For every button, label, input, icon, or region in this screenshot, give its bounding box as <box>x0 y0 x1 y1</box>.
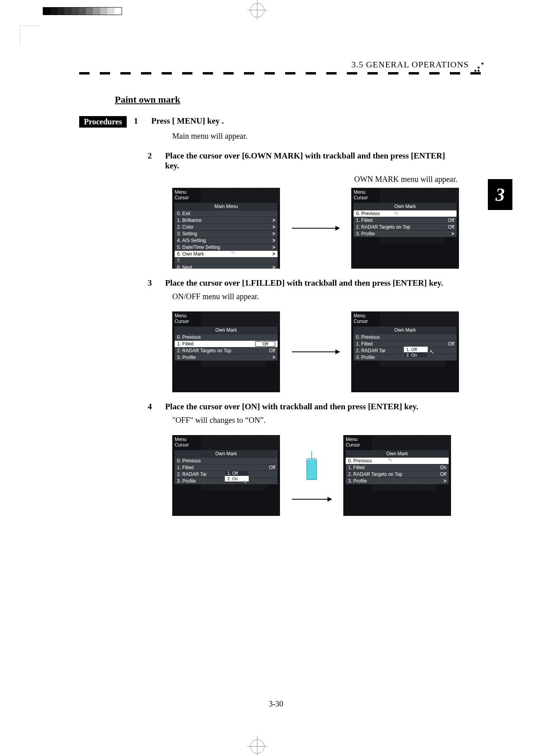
popup-option[interactable]: 1. Off <box>404 347 428 352</box>
menu-item-selected[interactable]: 6. Own Mark> <box>175 250 278 257</box>
menu-item[interactable]: 0. Previous <box>175 457 278 464</box>
screenshot-own-mark-popup: Menu Cursor Own Mark 0. Previous 1. Fill… <box>351 311 459 392</box>
menu-item[interactable]: 3. Profile> <box>354 230 457 237</box>
menu-item[interactable]: 2. RADAR Targets on TopOff <box>175 347 278 354</box>
menu-label: Menu <box>346 437 360 442</box>
menu-item[interactable]: 7. <box>175 257 278 264</box>
cursor-icon: ↖ <box>243 479 247 485</box>
decorative-dots <box>473 63 485 72</box>
subheading: Paint own mark <box>115 94 463 105</box>
menu-item[interactable]: 8. Next> <box>175 264 278 269</box>
menu-item[interactable]: 2. RADAR Targets on TopOff <box>354 223 457 230</box>
dashed-rule <box>79 72 485 74</box>
cursor-label: Cursor <box>354 195 368 200</box>
menu-item[interactable]: 5. Date/Time Setting> <box>175 244 278 250</box>
menu-label: Menu <box>175 189 189 195</box>
screenshot-own-mark-on: Menu Cursor Own Mark 0. Previous 1. Fill… <box>172 435 280 516</box>
menu-item[interactable]: 2. RADAR Targets on TopOff <box>346 471 449 477</box>
calibration-strip <box>43 7 122 15</box>
step-heading: Press [ MENU] key . <box>151 116 436 126</box>
arrow-icon <box>292 228 339 229</box>
step-number: 3 <box>148 278 164 288</box>
chapter-tab: 3 <box>488 179 512 210</box>
crop-mark <box>0 10 32 41</box>
menu-item[interactable]: 4. AIS Setting> <box>175 237 278 244</box>
step-body: "OFF" will changes to “ON”. <box>172 416 457 425</box>
menu-item[interactable]: 1. FilledOff <box>354 217 457 223</box>
menu-item[interactable]: 2. Color> <box>175 223 278 230</box>
menu-title: Own Mark <box>175 326 278 334</box>
cursor-icon: ↖ <box>394 210 399 216</box>
menu-title: Main Menu <box>175 203 278 210</box>
menu-label: Menu <box>354 313 368 319</box>
popup-option[interactable]: 1. Off <box>225 470 249 476</box>
menu-title: Own Mark <box>354 326 457 334</box>
menu-item[interactable]: 3. Profile> <box>346 477 449 484</box>
registration-mark <box>247 0 267 20</box>
step-note: OWN MARK menu will appear. <box>172 175 457 184</box>
own-mark-icon <box>303 451 320 487</box>
screenshot-own-mark: Menu Cursor Own Mark 0. Previous 1. Fill… <box>351 188 459 269</box>
cursor-label: Cursor <box>346 442 360 448</box>
step-number: 1 <box>134 116 150 126</box>
menu-item[interactable]: 3. Setting> <box>175 230 278 237</box>
arrow-icon <box>292 351 339 352</box>
menu-title: Own Mark <box>354 203 457 210</box>
menu-label: Menu <box>354 189 368 195</box>
screenshot-own-mark-result: Menu Cursor Own Mark 0. Previous 1. Fill… <box>343 435 451 516</box>
cursor-label: Cursor <box>354 319 368 324</box>
menu-item[interactable]: 0. Exit <box>175 210 278 217</box>
procedures-label: Procedures <box>79 116 127 128</box>
popup-option[interactable]: 2. On <box>404 352 428 358</box>
cursor-icon: ↖ <box>231 249 236 255</box>
menu-label: Menu <box>175 437 189 442</box>
step-heading: Place the cursor over [6.OWN MARK] with … <box>165 151 450 171</box>
screenshot-main-menu: Menu Cursor Main Menu 0. Exit 1. Brillia… <box>172 188 280 269</box>
arrow-icon <box>292 499 331 500</box>
page-number: 3-30 <box>0 699 552 708</box>
step-body: ON/OFF menu will appear. <box>172 292 457 301</box>
menu-item-selected[interactable]: 0. Previous <box>354 210 457 217</box>
menu-item[interactable]: 1. Brilliance> <box>175 217 278 223</box>
menu-item[interactable]: 0. Previous <box>354 334 457 340</box>
menu-title: Own Mark <box>175 450 278 457</box>
cursor-icon: ↖ <box>388 456 393 463</box>
step-body: Main menu will appear. <box>172 132 457 141</box>
cursor-icon: ↖ <box>261 339 265 346</box>
registration-mark <box>247 736 267 756</box>
step-heading: Place the cursor over [ON] with trackbal… <box>165 402 450 412</box>
cursor-label: Cursor <box>175 195 189 200</box>
menu-label: Menu <box>175 313 189 319</box>
section-breadcrumb: 3.5 GENERAL OPERATIONS <box>79 59 485 70</box>
step-number: 2 <box>148 151 164 161</box>
step-heading: Place the cursor over [1.FILLED] with tr… <box>165 278 450 288</box>
step-number: 4 <box>148 402 164 412</box>
cursor-icon: ↖ <box>430 349 434 355</box>
menu-item[interactable]: 3. Profile> <box>175 354 278 361</box>
menu-title: Own Mark <box>346 450 449 457</box>
chapter-number: 3 <box>496 184 505 205</box>
menu-item-selected[interactable]: 0. Previous <box>346 457 449 464</box>
menu-item[interactable]: 1. FilledOn <box>346 464 449 471</box>
cursor-label: Cursor <box>175 319 189 324</box>
cursor-label: Cursor <box>175 442 189 448</box>
screenshot-own-mark-filled: Menu Cursor Own Mark 0. Previous 1. Fill… <box>172 311 280 392</box>
